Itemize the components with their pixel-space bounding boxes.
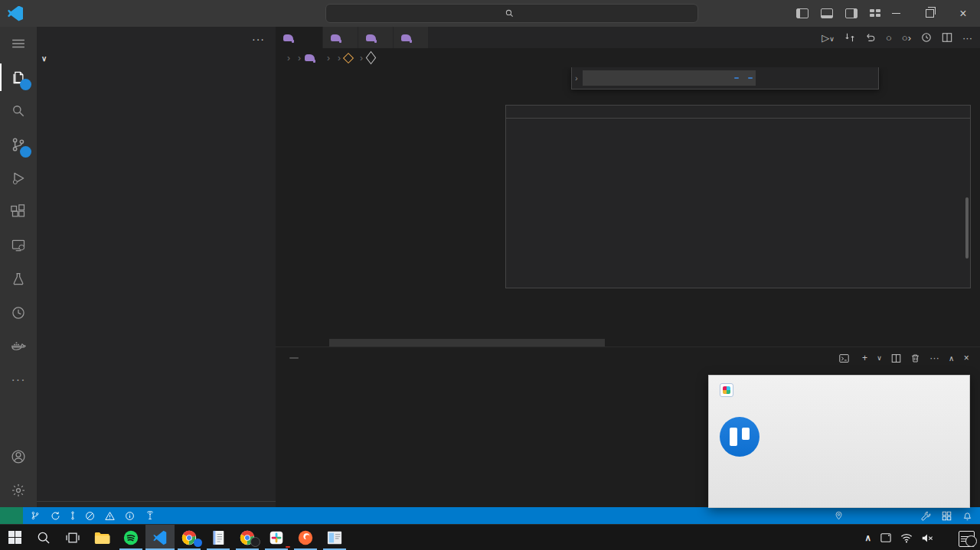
- search-icon: [11, 103, 26, 119]
- task-view-icon: [65, 530, 80, 545]
- tab-authserviceprovider[interactable]: [276, 27, 323, 48]
- editor-more-actions-icon[interactable]: ···: [962, 32, 972, 44]
- toggle-panel-icon[interactable]: [821, 8, 833, 18]
- terminal-output[interactable]: [276, 369, 980, 373]
- horizontal-scrollbar[interactable]: [329, 339, 605, 347]
- tablet-mode-icon[interactable]: [880, 532, 892, 543]
- wrench-icon[interactable]: [921, 511, 931, 521]
- ports-item[interactable]: [145, 511, 158, 520]
- slack-notification[interactable]: [708, 375, 970, 508]
- notification-center-icon[interactable]: [959, 531, 974, 545]
- sidebar-item-extensions[interactable]: [0, 195, 37, 229]
- ghost-circle-icon[interactable]: ○: [886, 32, 892, 44]
- maximize-panel-icon[interactable]: ∧: [949, 354, 955, 363]
- more-views-icon[interactable]: ···: [0, 363, 37, 397]
- window-minimize-button[interactable]: [879, 0, 913, 27]
- app-window-button[interactable]: [320, 525, 349, 550]
- docker-icon: [10, 339, 27, 354]
- slack-app-icon: [720, 383, 733, 397]
- tray-expand-icon[interactable]: ∧: [865, 532, 871, 543]
- postman-button[interactable]: [291, 525, 320, 550]
- run-code-icon[interactable]: ▷∨: [822, 32, 835, 44]
- sidebar-item-explorer[interactable]: [0, 60, 37, 94]
- sidebar-item-search[interactable]: [0, 94, 37, 128]
- command-center-search[interactable]: [325, 4, 698, 23]
- find-input[interactable]: [583, 70, 756, 86]
- tab-purchaseinvoice-2[interactable]: [394, 27, 429, 48]
- toggle-secondary-sidebar-icon[interactable]: [845, 8, 858, 18]
- taskbar-search-button[interactable]: [29, 525, 58, 550]
- tab-purchaseinvoicepayment[interactable]: [358, 27, 394, 48]
- gitlens-icon[interactable]: [68, 511, 77, 520]
- close-panel-icon[interactable]: ×: [964, 353, 969, 363]
- sidebar-item-run-debug[interactable]: [0, 161, 37, 195]
- hover-scrollbar[interactable]: [965, 197, 969, 259]
- regex-toggle[interactable]: [748, 77, 753, 79]
- start-button[interactable]: [0, 525, 29, 550]
- shell-selector[interactable]: [839, 353, 853, 363]
- compare-changes-icon[interactable]: [844, 32, 855, 43]
- split-terminal-icon[interactable]: [891, 353, 901, 363]
- task-view-button[interactable]: [58, 525, 87, 550]
- panel-tab-bar: + ∨ ··· ∧ ×: [276, 347, 980, 369]
- notepad-button[interactable]: [204, 525, 233, 550]
- sidebar-item-timeline[interactable]: [0, 296, 37, 330]
- speaker-muted-icon[interactable]: [921, 533, 933, 543]
- feedback-grid-icon[interactable]: [942, 511, 952, 521]
- sync-changes-icon[interactable]: [51, 511, 60, 521]
- code-editor[interactable]: ›: [276, 67, 980, 347]
- info-icon: [125, 511, 135, 521]
- problems-summary[interactable]: [85, 511, 138, 521]
- file-tree: [37, 77, 276, 501]
- split-editor-icon[interactable]: [942, 32, 952, 43]
- new-terminal-icon[interactable]: +: [862, 353, 867, 363]
- remote-explorer-icon: [11, 238, 26, 253]
- file-explorer-button[interactable]: [87, 525, 116, 550]
- git-branch-item[interactable]: [31, 511, 43, 520]
- match-case-toggle[interactable]: [734, 77, 739, 79]
- scm-badge: [20, 146, 31, 158]
- search-icon: [36, 530, 51, 545]
- chrome-profile1-button[interactable]: [175, 525, 204, 550]
- sidebar-item-testing[interactable]: [0, 262, 37, 296]
- spotify-icon: [122, 529, 139, 546]
- account-icon[interactable]: [0, 440, 37, 474]
- panel-more-actions-icon[interactable]: ···: [929, 353, 939, 363]
- whole-word-toggle[interactable]: [741, 77, 746, 79]
- toggle-sidebar-icon[interactable]: [796, 8, 808, 18]
- method-symbol-icon: [366, 51, 376, 65]
- discard-icon[interactable]: [865, 32, 876, 43]
- sidebar-item-remote-explorer[interactable]: [0, 229, 37, 262]
- history-icon[interactable]: [921, 32, 932, 43]
- vscode-button[interactable]: [145, 525, 175, 550]
- window-restore-button[interactable]: [913, 0, 946, 27]
- slack-button[interactable]: [262, 525, 291, 550]
- remote-indicator[interactable]: [0, 507, 23, 524]
- problems-badge: [289, 357, 299, 359]
- git-blame-item[interactable]: [835, 511, 846, 520]
- workspace-root-folder[interactable]: ∨: [37, 50, 276, 66]
- tab-problems[interactable]: [285, 347, 299, 369]
- notification-count-badge: [965, 535, 977, 547]
- menu-icon[interactable]: [0, 27, 37, 60]
- outline-section[interactable]: >: [37, 501, 276, 507]
- warnings-icon: [105, 511, 115, 521]
- window-close-button[interactable]: ×: [946, 0, 980, 27]
- slack-workspace-title: [709, 397, 969, 405]
- kill-terminal-icon[interactable]: [910, 353, 920, 363]
- spotify-button[interactable]: [116, 525, 145, 550]
- sidebar-item-docker[interactable]: [0, 330, 37, 363]
- notifications-bell-icon[interactable]: [962, 511, 972, 521]
- terminal-dropdown-icon[interactable]: ∨: [877, 354, 882, 362]
- find-expand-icon[interactable]: ›: [575, 73, 578, 83]
- chrome-profile-avatar-badge: [250, 537, 260, 547]
- circle-arrow-icon[interactable]: ○›: [902, 32, 911, 44]
- status-bar: [0, 507, 980, 524]
- chrome-profile2-button[interactable]: [233, 525, 262, 550]
- wifi-icon[interactable]: [900, 533, 913, 543]
- explorer-more-actions-icon[interactable]: ···: [252, 33, 265, 45]
- settings-gear-icon[interactable]: [0, 474, 37, 507]
- tab-purchaseinvoice[interactable]: [323, 27, 358, 48]
- sidebar-item-source-control[interactable]: [0, 128, 37, 161]
- php-file-icon: [305, 54, 315, 61]
